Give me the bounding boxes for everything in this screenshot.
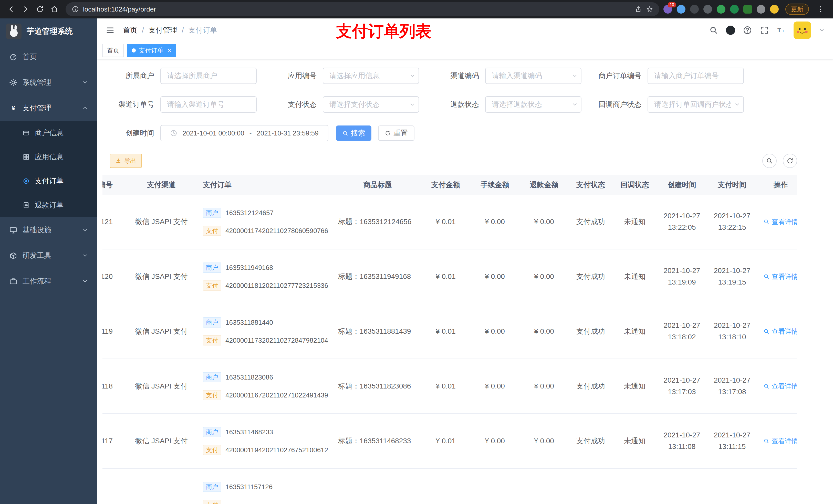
col-pay-order: 支付订单: [200, 180, 334, 190]
cell-id: 119: [102, 327, 123, 335]
cell-create-time: 2021-10-2713:17:03: [657, 375, 707, 398]
channel-code-select[interactable]: [485, 68, 581, 84]
extension-icon[interactable]: [717, 5, 725, 14]
extension-icon[interactable]: [730, 5, 739, 14]
sidebar-item-infra[interactable]: 基础设施: [0, 217, 97, 243]
browser-refresh-icon[interactable]: [33, 2, 47, 16]
cell-fee-amount: ¥ 0.00: [470, 437, 520, 445]
extension-icon[interactable]: [757, 5, 765, 14]
sidebar-item-label: 支付订单: [35, 176, 64, 186]
cell-fee-amount: ¥ 0.00: [470, 327, 520, 335]
breadcrumb-home[interactable]: 首页: [123, 25, 137, 35]
view-detail-link[interactable]: 查看详情: [763, 382, 797, 391]
close-icon[interactable]: ×: [168, 47, 171, 53]
site-info-icon[interactable]: [72, 6, 79, 13]
sidebar-item-pay-manage[interactable]: ¥ 支付管理: [0, 95, 97, 121]
extension-icon[interactable]: [770, 5, 779, 14]
cell-title: 标题：1635311468233: [334, 436, 421, 446]
chevron-down-icon[interactable]: [819, 27, 825, 33]
extension-icon[interactable]: [743, 5, 752, 14]
help-icon[interactable]: [743, 26, 752, 35]
chevron-up-icon: [82, 105, 88, 111]
fullscreen-icon[interactable]: [760, 26, 769, 35]
sidebar-item-label: 系统管理: [23, 78, 51, 87]
breadcrumb-separator: /: [182, 26, 184, 34]
table-row: 121 微信 JSAPI 支付 商户1635312124657 支付420000…: [102, 195, 797, 249]
view-detail-link[interactable]: 查看详情: [763, 272, 797, 281]
font-size-icon[interactable]: TT: [777, 26, 786, 35]
view-detail-link[interactable]: 查看详情: [763, 217, 797, 226]
sidebar-item-pay-order[interactable]: 支付订单: [0, 169, 97, 193]
cell-pay-time: 2021-10-2713:19:15: [707, 265, 757, 288]
github-icon[interactable]: [726, 26, 735, 35]
sidebar-item-label: 基础设施: [23, 225, 51, 235]
filter-field-refund-status: 退款状态: [427, 96, 590, 113]
navbar-actions: TT: [709, 22, 825, 39]
search-button-label: 搜索: [351, 128, 365, 138]
cell-create-time: 2021-10-2713:22:05: [657, 210, 707, 233]
logo-image: [6, 24, 22, 39]
gear-icon: [9, 78, 18, 87]
sidebar-item-home[interactable]: 首页: [0, 44, 97, 70]
date-start: 2021-10-01 00:00:00: [182, 129, 244, 137]
briefcase-icon: [9, 277, 18, 285]
export-button[interactable]: 导出: [110, 154, 142, 168]
merchant-select[interactable]: [160, 68, 257, 84]
browser-back-icon[interactable]: [4, 2, 19, 16]
extension-icon[interactable]: [704, 5, 712, 14]
filter-field-merchant: 所属商户: [102, 68, 265, 84]
channel-order-no-input[interactable]: [160, 96, 257, 113]
header-search-icon[interactable]: [709, 26, 718, 35]
address-bar[interactable]: localhost:1024/pay/order: [66, 2, 659, 16]
sidebar-item-dev-tools[interactable]: 研发工具: [0, 243, 97, 268]
cell-pay-channel: 微信 JSAPI 支付: [123, 217, 200, 226]
tab-home[interactable]: 首页: [102, 44, 124, 57]
view-detail-link[interactable]: 查看详情: [763, 327, 797, 336]
view-detail-link[interactable]: 查看详情: [763, 437, 797, 446]
browser-update-button[interactable]: 更新: [785, 4, 809, 15]
cell-pay-order: 商户1635311823086 支付4200001167202110271022…: [200, 372, 334, 400]
toggle-search-button[interactable]: [762, 154, 777, 168]
sidebar-item-merchant-info[interactable]: 商户信息: [0, 121, 97, 145]
avatar[interactable]: [793, 22, 811, 39]
filter-field-channel-order-no: 渠道订单号: [102, 96, 265, 113]
app-no-select[interactable]: [323, 68, 419, 84]
browser-home-icon[interactable]: [47, 2, 62, 16]
hamburger-icon[interactable]: [105, 26, 115, 35]
extension-badge: 10: [668, 2, 676, 7]
extension-icon[interactable]: [677, 5, 686, 14]
pay-status-select[interactable]: [323, 96, 419, 113]
merchant-order-no-input[interactable]: [647, 68, 744, 84]
reset-button[interactable]: 重置: [378, 125, 414, 141]
sidebar-item-app-info[interactable]: 应用信息: [0, 145, 97, 169]
search-button[interactable]: 搜索: [336, 125, 372, 141]
sidebar-item-label: 研发工具: [23, 251, 51, 261]
filter-label: 支付状态: [265, 100, 317, 110]
create-time-range[interactable]: 2021-10-01 00:00:00 - 2021-10-31 23:59:5…: [160, 125, 328, 141]
extension-icon[interactable]: 10: [663, 5, 672, 14]
sidebar-item-refund-order[interactable]: 退款订单: [0, 193, 97, 217]
sidebar-item-label: 工作流程: [23, 276, 51, 286]
chevron-down-icon: [82, 253, 88, 259]
notify-status-select[interactable]: [647, 96, 744, 113]
extension-icon[interactable]: [690, 5, 699, 14]
tags-view: 首页 支付订单×: [97, 42, 833, 59]
sidebar-item-system[interactable]: 系统管理: [0, 70, 97, 95]
tab-pay-order[interactable]: 支付订单×: [127, 44, 176, 57]
filter-label: 所属商户: [102, 71, 154, 81]
col-pay-amount: 支付金额: [421, 180, 470, 190]
cell-create-time: 2021-10-2713:11:08: [657, 430, 707, 453]
filter-label: 回调商户状态: [590, 100, 641, 110]
cell-create-time: 2021-10-2713:18:02: [657, 320, 707, 343]
refresh-table-button[interactable]: [783, 154, 797, 168]
browser-menu-icon[interactable]: [813, 2, 828, 16]
browser-forward-icon[interactable]: [19, 2, 33, 16]
share-icon[interactable]: [635, 6, 642, 13]
sidebar-item-workflow[interactable]: 工作流程: [0, 268, 97, 294]
refund-status-select[interactable]: [485, 96, 581, 113]
bookmark-star-icon[interactable]: [646, 6, 653, 13]
breadcrumb-pay-manage[interactable]: 支付管理: [148, 25, 177, 35]
cell-pay-time: 2021-10-2713:18:10: [707, 320, 757, 343]
sidebar-item-label: 首页: [23, 52, 37, 62]
cell-id: 117: [102, 437, 123, 445]
